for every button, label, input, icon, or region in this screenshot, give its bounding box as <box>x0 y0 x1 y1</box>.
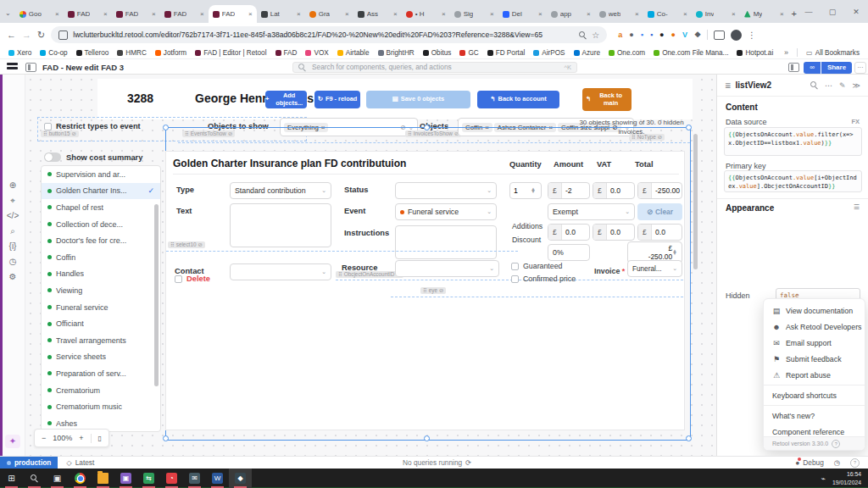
confirmed-price-checkbox[interactable]: Confirmed price <box>511 274 576 283</box>
zoom-level[interactable]: 100% <box>53 434 72 442</box>
add-objects-button[interactable]: +Add objects... <box>265 91 307 108</box>
tab-close-icon[interactable]: × <box>55 10 59 18</box>
extension-icon[interactable]: ▪ <box>650 30 653 39</box>
tab-close-icon[interactable]: × <box>152 10 156 18</box>
events-to-show-multiselect[interactable]: Everything × ⊘⌄ <box>280 118 418 136</box>
bookmark-item[interactable]: One.com File Mana... <box>654 49 728 57</box>
extension-icon[interactable]: V <box>682 30 687 39</box>
profile-avatar[interactable] <box>731 30 742 41</box>
help-icon[interactable]: ? <box>832 440 840 448</box>
minimize-button[interactable]: — <box>797 8 821 16</box>
inspector-menu-icon[interactable]: ⋯ <box>825 81 832 90</box>
list-item[interactable]: Crematorium music ✓ <box>42 398 160 415</box>
fx-badge[interactable]: FX <box>851 118 860 125</box>
settings-icon[interactable]: ⚙ <box>0 272 25 281</box>
component-tag[interactable]: ⠿ select10 ⊘ <box>168 241 205 248</box>
extension-icon[interactable]: ● <box>659 30 664 39</box>
bookmark-item[interactable]: Airtable <box>337 49 370 57</box>
browser-tab[interactable]: My × <box>740 5 787 23</box>
browser-tab[interactable]: Del × <box>498 5 547 23</box>
list-item[interactable]: Supervision and ar... ✓ <box>42 166 160 183</box>
component-tag[interactable]: ⠿ ObcjectOnAccountID ⊘ <box>336 271 403 278</box>
menu-item-whats-new[interactable]: What's new? <box>764 408 865 424</box>
browser-tab[interactable]: Sig × <box>450 5 498 23</box>
help-icon[interactable]: ? <box>850 458 860 468</box>
tab-close-icon[interactable]: × <box>683 10 687 18</box>
bookmark-item[interactable]: FAD | Editor | Retool <box>195 49 266 57</box>
tab-search-chevron-icon[interactable]: ⌄ <box>5 9 11 17</box>
bookmarks-overflow-icon[interactable]: » <box>784 48 788 57</box>
quantity-stepper[interactable]: 1▲▼ <box>509 182 542 199</box>
retool-logo[interactable] <box>7 63 18 71</box>
pin-icon[interactable]: ✎ <box>839 81 846 90</box>
list-item[interactable]: Service sheets ✓ <box>42 349 160 366</box>
browser-tab[interactable]: FAD × <box>160 5 209 23</box>
stats-app-icon[interactable]: ◔ <box>160 469 183 488</box>
browser-tab[interactable]: Gra × <box>305 5 353 23</box>
resize-handle[interactable] <box>686 435 692 441</box>
history-icon[interactable]: ◷ <box>0 257 25 266</box>
menu-item[interactable]: ▤ View documentation <box>764 302 865 319</box>
forward-icon[interactable]: → <box>22 30 31 40</box>
resize-handle[interactable] <box>163 125 169 130</box>
bookmark-item[interactable]: Hotpot.ai <box>737 49 773 57</box>
clear-icon[interactable]: ⊘ <box>400 124 405 131</box>
guaranteed-checkbox[interactable]: Guaranteed <box>511 262 562 270</box>
list-item[interactable]: Crematorium ✓ <box>42 382 160 399</box>
list-item[interactable]: Coffin ✓ <box>42 249 160 266</box>
tab-close-icon[interactable]: × <box>538 10 542 18</box>
taskbar-search[interactable] <box>23 469 46 488</box>
bookmark-item[interactable]: Telleroo <box>76 49 109 57</box>
bookmark-item[interactable]: GC <box>459 49 478 57</box>
resource-select[interactable]: ⌄ <box>395 260 499 277</box>
extension-icon[interactable]: ● <box>671 30 676 39</box>
component-tag[interactable]: ⠿ EventsToShow ⊘ <box>182 130 235 137</box>
collapse-panel-icon[interactable]: ≫ <box>853 81 860 90</box>
zoom-in-button[interactable]: + <box>79 434 83 442</box>
teams-icon[interactable]: ▣ <box>114 469 137 488</box>
extension-icon[interactable]: a <box>618 30 622 39</box>
bookmark-item[interactable]: AirPOS <box>533 49 565 57</box>
refresh-icon[interactable]: ⟳ <box>465 458 471 467</box>
component-tag[interactable]: ⠿ InvoicesToShow ⊘ <box>405 130 461 137</box>
search-icon[interactable]: ⌕ <box>0 226 25 236</box>
browser-tab[interactable]: FAD × <box>64 5 112 23</box>
tab-close-icon[interactable]: × <box>345 10 349 18</box>
share-button[interactable]: Share <box>821 62 852 74</box>
menu-item[interactable]: ✉ Email support <box>764 335 865 351</box>
restrict-types-checkbox[interactable]: Restrict types to event <box>44 122 141 130</box>
save-objects-button[interactable]: ▤Save 0 objects <box>366 91 470 108</box>
history-icon[interactable]: ◷ <box>834 458 840 467</box>
bookmark-star-icon[interactable]: ☆ <box>592 30 599 40</box>
primary-key-code[interactable]: {{ObjectsOnAccount.value[i+ObjectIndex.v… <box>724 170 862 192</box>
list-item[interactable]: Officiant ✓ <box>42 315 160 332</box>
resize-handle[interactable] <box>686 125 692 130</box>
bookmark-item[interactable]: HMRC <box>117 49 147 57</box>
release-selector[interactable]: ◇ Latest <box>66 458 94 467</box>
tab-close-icon[interactable]: × <box>248 10 253 18</box>
insert-icon[interactable]: ⊕ <box>0 180 25 190</box>
objects-listbox[interactable]: Supervision and ar... ✓ Golden Charter I… <box>41 165 161 432</box>
ai-assistant-icon[interactable]: ✦ <box>5 435 20 448</box>
tray-icon[interactable]: ⌁ <box>821 474 826 483</box>
discount-percent-input[interactable]: 0% <box>548 244 590 261</box>
tab-close-icon[interactable]: × <box>393 10 398 18</box>
copy-link-icon[interactable]: ∞ <box>804 62 821 74</box>
select-tool-icon[interactable]: ⌖ <box>0 196 25 206</box>
retool-icon[interactable]: ◆ <box>229 469 252 488</box>
site-info-icon[interactable] <box>58 30 68 40</box>
list-item[interactable]: Funeral service ✓ <box>42 299 160 316</box>
menu-item[interactable]: ⚠ Report abuse <box>764 367 865 383</box>
sync-app-icon[interactable]: ⇆ <box>137 469 160 488</box>
list-item[interactable]: Viewing ✓ <box>42 282 160 299</box>
component-tag[interactable]: ⠿ eye ⊘ <box>420 287 446 294</box>
bookmark-item[interactable]: Co-op <box>40 49 67 57</box>
all-bookmarks-button[interactable]: ▭ All Bookmarks <box>806 49 860 57</box>
browser-tab[interactable]: Ass × <box>353 5 402 23</box>
tab-close-icon[interactable]: × <box>635 10 639 18</box>
zoom-out-button[interactable]: − <box>42 434 46 442</box>
word-icon[interactable]: W <box>206 469 229 488</box>
environment-selector[interactable]: production <box>0 457 58 469</box>
list-item[interactable]: Collection of dece... ✓ <box>42 216 160 233</box>
mail-icon[interactable]: ✉ <box>183 469 206 488</box>
